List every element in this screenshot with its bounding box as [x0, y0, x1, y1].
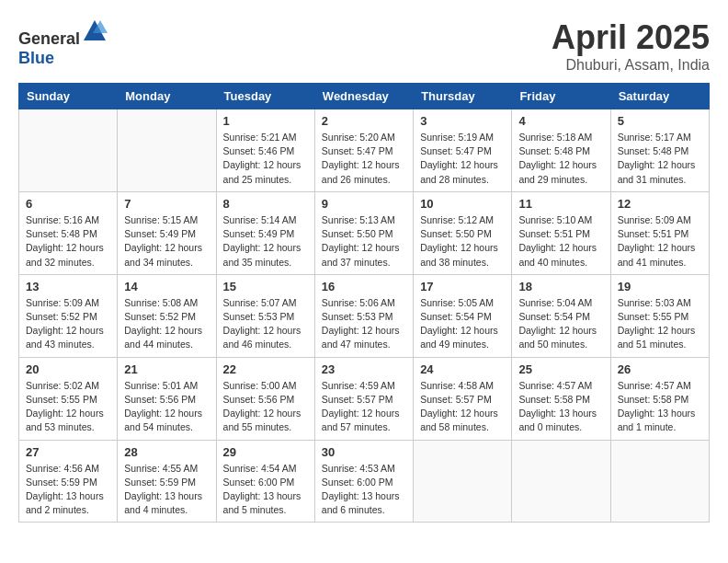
day-number: 11	[518, 197, 603, 211]
day-number: 4	[518, 114, 603, 128]
location-title: Dhuburi, Assam, India	[552, 57, 710, 74]
calendar-cell: 8Sunrise: 5:14 AM Sunset: 5:49 PM Daylig…	[216, 191, 314, 274]
calendar-cell: 22Sunrise: 5:00 AM Sunset: 5:56 PM Dayli…	[216, 357, 314, 440]
calendar-cell: 30Sunrise: 4:53 AM Sunset: 6:00 PM Dayli…	[314, 440, 413, 523]
calendar-cell: 17Sunrise: 5:05 AM Sunset: 5:54 PM Dayli…	[414, 274, 512, 357]
logo-text-blue: Blue	[18, 49, 54, 67]
day-info: Sunrise: 5:14 AM Sunset: 5:49 PM Dayligh…	[223, 213, 308, 270]
day-info: Sunrise: 5:10 AM Sunset: 5:51 PM Dayligh…	[518, 213, 603, 270]
day-info: Sunrise: 5:06 AM Sunset: 5:53 PM Dayligh…	[322, 296, 406, 352]
day-number: 26	[618, 362, 702, 376]
day-info: Sunrise: 4:55 AM Sunset: 5:59 PM Dayligh…	[124, 462, 209, 518]
calendar-cell: 1Sunrise: 5:21 AM Sunset: 5:46 PM Daylig…	[216, 109, 314, 192]
calendar-week-5: 27Sunrise: 4:56 AM Sunset: 5:59 PM Dayli…	[19, 440, 710, 523]
day-info: Sunrise: 5:04 AM Sunset: 5:54 PM Dayligh…	[518, 296, 603, 352]
day-info: Sunrise: 5:08 AM Sunset: 5:52 PM Dayligh…	[124, 296, 209, 352]
calendar-cell: 10Sunrise: 5:12 AM Sunset: 5:50 PM Dayli…	[414, 191, 512, 274]
day-number: 25	[518, 362, 603, 376]
day-number: 10	[420, 197, 505, 211]
day-number: 18	[518, 280, 603, 293]
calendar-cell: 12Sunrise: 5:09 AM Sunset: 5:51 PM Dayli…	[610, 191, 709, 274]
calendar-cell: 23Sunrise: 4:59 AM Sunset: 5:57 PM Dayli…	[314, 357, 413, 440]
calendar-cell: 25Sunrise: 4:57 AM Sunset: 5:58 PM Dayli…	[512, 357, 610, 440]
calendar-cell: 16Sunrise: 5:06 AM Sunset: 5:53 PM Dayli…	[314, 274, 413, 357]
day-info: Sunrise: 5:17 AM Sunset: 5:48 PM Dayligh…	[618, 131, 702, 187]
calendar-cell	[19, 109, 118, 192]
day-number: 23	[322, 362, 406, 376]
calendar-cell: 11Sunrise: 5:10 AM Sunset: 5:51 PM Dayli…	[512, 191, 610, 274]
day-info: Sunrise: 4:56 AM Sunset: 5:59 PM Dayligh…	[26, 462, 110, 518]
calendar-cell: 29Sunrise: 4:54 AM Sunset: 6:00 PM Dayli…	[216, 440, 314, 523]
calendar-cell: 24Sunrise: 4:58 AM Sunset: 5:57 PM Dayli…	[414, 357, 512, 440]
day-info: Sunrise: 5:20 AM Sunset: 5:47 PM Dayligh…	[322, 131, 406, 187]
calendar-cell: 5Sunrise: 5:17 AM Sunset: 5:48 PM Daylig…	[610, 109, 709, 192]
day-info: Sunrise: 5:02 AM Sunset: 5:55 PM Dayligh…	[26, 379, 110, 435]
day-info: Sunrise: 5:21 AM Sunset: 5:46 PM Dayligh…	[223, 131, 308, 187]
calendar-cell: 9Sunrise: 5:13 AM Sunset: 5:50 PM Daylig…	[314, 191, 413, 274]
day-info: Sunrise: 5:05 AM Sunset: 5:54 PM Dayligh…	[420, 296, 505, 352]
day-info: Sunrise: 4:57 AM Sunset: 5:58 PM Dayligh…	[518, 379, 603, 435]
day-number: 17	[420, 280, 505, 293]
day-info: Sunrise: 4:54 AM Sunset: 6:00 PM Dayligh…	[223, 462, 308, 518]
month-title: April 2025	[552, 18, 710, 57]
logo-icon	[82, 18, 108, 44]
logo: General Blue	[18, 18, 108, 68]
day-info: Sunrise: 5:19 AM Sunset: 5:47 PM Dayligh…	[420, 131, 505, 187]
column-header-friday: Friday	[512, 84, 610, 109]
day-number: 9	[322, 197, 406, 211]
calendar-cell: 18Sunrise: 5:04 AM Sunset: 5:54 PM Dayli…	[512, 274, 610, 357]
column-header-sunday: Sunday	[19, 84, 118, 109]
day-number: 19	[618, 280, 702, 293]
calendar-cell	[414, 440, 512, 523]
day-info: Sunrise: 5:15 AM Sunset: 5:49 PM Dayligh…	[124, 213, 209, 270]
day-number: 1	[223, 114, 308, 128]
day-number: 27	[26, 445, 110, 459]
day-info: Sunrise: 5:09 AM Sunset: 5:52 PM Dayligh…	[26, 296, 110, 352]
calendar-cell: 3Sunrise: 5:19 AM Sunset: 5:47 PM Daylig…	[414, 109, 512, 192]
day-number: 24	[420, 362, 505, 376]
day-info: Sunrise: 5:07 AM Sunset: 5:53 PM Dayligh…	[223, 296, 308, 352]
column-header-saturday: Saturday	[610, 84, 709, 109]
calendar-cell: 26Sunrise: 4:57 AM Sunset: 5:58 PM Dayli…	[610, 357, 709, 440]
calendar-cell: 19Sunrise: 5:03 AM Sunset: 5:55 PM Dayli…	[610, 274, 709, 357]
calendar-week-2: 6Sunrise: 5:16 AM Sunset: 5:48 PM Daylig…	[19, 191, 710, 274]
day-number: 29	[223, 445, 308, 459]
day-number: 5	[618, 114, 702, 128]
day-number: 7	[124, 197, 209, 211]
calendar-cell	[118, 109, 216, 192]
calendar-cell: 20Sunrise: 5:02 AM Sunset: 5:55 PM Dayli…	[19, 357, 118, 440]
calendar-cell: 28Sunrise: 4:55 AM Sunset: 5:59 PM Dayli…	[118, 440, 216, 523]
calendar-cell	[610, 440, 709, 523]
day-number: 22	[223, 362, 308, 376]
day-number: 30	[322, 445, 406, 459]
logo-text-general: General	[18, 29, 80, 48]
day-info: Sunrise: 5:00 AM Sunset: 5:56 PM Dayligh…	[223, 379, 308, 435]
title-block: April 2025 Dhuburi, Assam, India	[552, 18, 710, 74]
calendar-header-row: SundayMondayTuesdayWednesdayThursdayFrid…	[19, 84, 710, 109]
calendar-cell: 21Sunrise: 5:01 AM Sunset: 5:56 PM Dayli…	[118, 357, 216, 440]
calendar-cell: 14Sunrise: 5:08 AM Sunset: 5:52 PM Dayli…	[118, 274, 216, 357]
day-info: Sunrise: 5:16 AM Sunset: 5:48 PM Dayligh…	[26, 213, 110, 270]
calendar-week-4: 20Sunrise: 5:02 AM Sunset: 5:55 PM Dayli…	[19, 357, 710, 440]
day-info: Sunrise: 5:03 AM Sunset: 5:55 PM Dayligh…	[618, 296, 702, 352]
day-info: Sunrise: 4:59 AM Sunset: 5:57 PM Dayligh…	[322, 379, 406, 435]
day-info: Sunrise: 5:09 AM Sunset: 5:51 PM Dayligh…	[618, 213, 702, 270]
day-number: 12	[618, 197, 702, 211]
day-number: 3	[420, 114, 505, 128]
calendar-week-1: 1Sunrise: 5:21 AM Sunset: 5:46 PM Daylig…	[19, 109, 710, 192]
day-number: 15	[223, 280, 308, 293]
day-number: 2	[322, 114, 406, 128]
day-info: Sunrise: 5:12 AM Sunset: 5:50 PM Dayligh…	[420, 213, 505, 270]
calendar-cell: 6Sunrise: 5:16 AM Sunset: 5:48 PM Daylig…	[19, 191, 118, 274]
day-info: Sunrise: 4:58 AM Sunset: 5:57 PM Dayligh…	[420, 379, 505, 435]
day-number: 20	[26, 362, 110, 376]
column-header-wednesday: Wednesday	[314, 84, 413, 109]
calendar-cell: 2Sunrise: 5:20 AM Sunset: 5:47 PM Daylig…	[314, 109, 413, 192]
day-info: Sunrise: 5:18 AM Sunset: 5:48 PM Dayligh…	[518, 131, 603, 187]
column-header-monday: Monday	[118, 84, 216, 109]
calendar-cell: 7Sunrise: 5:15 AM Sunset: 5:49 PM Daylig…	[118, 191, 216, 274]
day-number: 28	[124, 445, 209, 459]
day-number: 6	[26, 197, 110, 211]
column-header-tuesday: Tuesday	[216, 84, 314, 109]
day-number: 21	[124, 362, 209, 376]
